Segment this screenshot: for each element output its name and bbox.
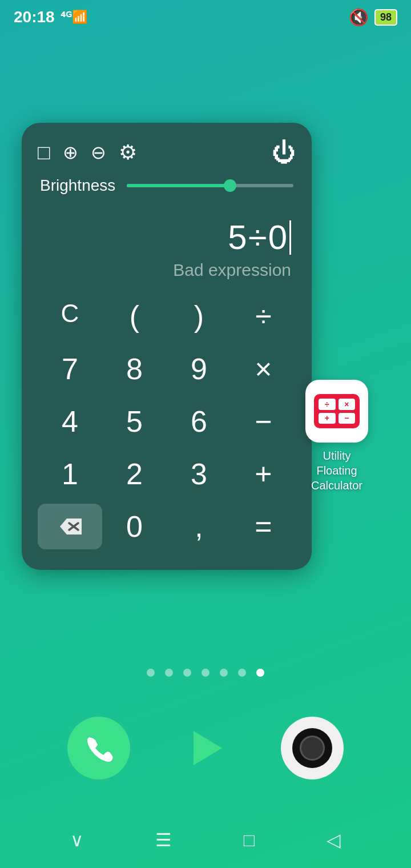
nav-down-icon[interactable]: ∨ — [70, 829, 83, 851]
key-6[interactable]: 6 — [167, 399, 231, 444]
app-icon-container[interactable]: ÷ × + − Utility Floating Calculator — [303, 380, 371, 493]
cursor — [289, 220, 291, 255]
app-icon-cell-2: + — [319, 413, 336, 424]
key-7[interactable]: 7 — [38, 346, 102, 392]
dot-2[interactable] — [183, 669, 191, 677]
key-8[interactable]: 8 — [102, 346, 167, 392]
key-0[interactable]: 0 — [102, 504, 167, 549]
dock-phone-icon[interactable] — [67, 717, 130, 779]
brightness-fill — [127, 184, 230, 187]
brightness-thumb — [224, 179, 236, 192]
calc-expression: 5÷0 — [42, 218, 291, 257]
status-left: 20:18 ⁴ᴳ📶 — [14, 8, 87, 26]
dot-0[interactable] — [147, 669, 155, 677]
page-dots — [0, 669, 411, 677]
key-equals[interactable]: = — [231, 504, 296, 549]
key-close-paren[interactable]: ) — [167, 294, 231, 339]
dot-6-active[interactable] — [256, 669, 264, 677]
key-5[interactable]: 5 — [102, 399, 167, 444]
key-backspace[interactable] — [38, 504, 102, 549]
dot-1[interactable] — [165, 669, 173, 677]
brightness-row: Brightness — [38, 176, 296, 195]
settings-icon[interactable]: ⚙ — [119, 140, 137, 164]
nav-home-icon[interactable]: □ — [244, 830, 255, 851]
mute-icon: 🔇 — [349, 8, 369, 27]
expression-text: 5÷0 — [228, 218, 288, 257]
key-clear[interactable]: C — [38, 294, 102, 339]
backspace-icon — [58, 516, 83, 537]
nav-bar: ∨ ☰ □ ◁ — [0, 829, 411, 851]
dot-3[interactable] — [202, 669, 209, 677]
dot-5[interactable] — [238, 669, 246, 677]
key-divide[interactable]: ÷ — [231, 294, 296, 339]
key-multiply[interactable]: × — [231, 346, 296, 392]
key-open-paren[interactable]: ( — [102, 294, 167, 339]
key-4[interactable]: 4 — [38, 399, 102, 444]
status-right: 🔇 98 — [349, 8, 397, 27]
key-2[interactable]: 2 — [102, 451, 167, 497]
phone-icon — [83, 732, 115, 764]
calc-result: Bad expression — [38, 260, 296, 280]
app-icon-inner: ÷ × + − — [314, 394, 360, 428]
camera-outer — [292, 728, 332, 768]
power-icon[interactable]: ⏻ — [272, 139, 296, 166]
resize-icon[interactable]: □ — [38, 140, 50, 164]
zoom-in-icon[interactable]: ⊕ — [63, 142, 78, 163]
key-3[interactable]: 3 — [167, 451, 231, 497]
status-bar: 20:18 ⁴ᴳ📶 🔇 98 — [0, 0, 411, 34]
key-comma[interactable]: , — [167, 504, 231, 549]
toolbar-left: □ ⊕ ⊖ ⚙ — [38, 140, 137, 164]
dock-play-icon[interactable] — [174, 717, 237, 779]
nav-menu-icon[interactable]: ☰ — [155, 829, 172, 851]
status-time: 20:18 — [14, 8, 55, 26]
brightness-slider[interactable] — [127, 184, 293, 187]
brightness-label: Brightness — [40, 176, 115, 195]
battery-indicator: 98 — [374, 9, 397, 26]
app-icon-label: Utility Floating Calculator — [303, 448, 371, 493]
keypad: C ( ) ÷ 7 8 9 × 4 5 6 − 1 2 3 + 0 , = — [38, 294, 296, 549]
dot-4[interactable] — [220, 669, 228, 677]
app-icon-cell-1: × — [339, 399, 356, 410]
app-icon-cell-3: − — [339, 413, 356, 424]
dock-camera-icon[interactable] — [281, 717, 344, 779]
key-9[interactable]: 9 — [167, 346, 231, 392]
app-icon-cell-0: ÷ — [319, 399, 336, 410]
camera-inner — [300, 736, 325, 761]
key-plus[interactable]: + — [231, 451, 296, 497]
nav-back-icon[interactable]: ◁ — [327, 829, 341, 851]
key-minus[interactable]: − — [231, 399, 296, 444]
zoom-out-icon[interactable]: ⊖ — [91, 142, 106, 163]
calculator-widget: □ ⊕ ⊖ ⚙ ⏻ Brightness 5÷0 Bad expression … — [22, 123, 312, 570]
app-icon[interactable]: ÷ × + − — [305, 380, 368, 443]
key-1[interactable]: 1 — [38, 451, 102, 497]
play-triangle-icon — [194, 731, 222, 765]
calc-display: 5÷0 — [38, 218, 296, 257]
signal-icon: ⁴ᴳ📶 — [61, 10, 87, 25]
dock — [0, 717, 411, 779]
calc-toolbar: □ ⊕ ⊖ ⚙ ⏻ — [38, 139, 296, 166]
